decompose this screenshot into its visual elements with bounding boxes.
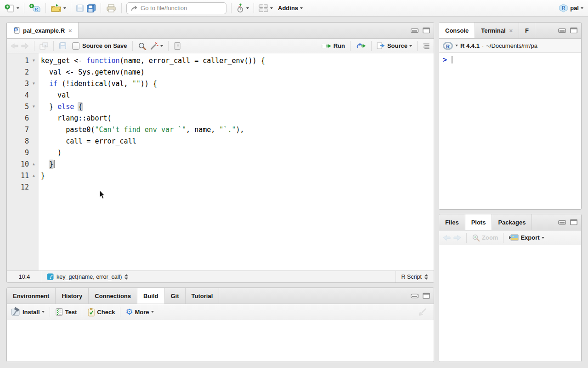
chevron-down-icon[interactable] [246, 7, 249, 9]
code-line: 4 val [7, 89, 434, 101]
install-button[interactable]: Install [11, 307, 45, 316]
chevron-down-icon [581, 7, 583, 9]
tab-label: pal_example.R [23, 27, 65, 34]
tab-label: Git [171, 293, 179, 299]
maximize-icon[interactable] [423, 293, 430, 299]
tab-plots[interactable]: Plots [465, 214, 492, 230]
run-button[interactable]: Run [322, 42, 345, 49]
chevron-down-icon[interactable] [17, 7, 19, 9]
minimize-icon[interactable] [558, 220, 566, 224]
chevron-down-icon[interactable] [42, 311, 45, 313]
chevron-down-icon[interactable] [455, 45, 458, 46]
updown-icon [424, 274, 428, 280]
console-output[interactable]: > [439, 53, 581, 209]
run-icon [322, 43, 332, 49]
compile-report-icon[interactable] [174, 42, 181, 50]
code-text[interactable]: rlang::abort( [39, 114, 112, 122]
check-button[interactable]: Check [87, 308, 115, 316]
tab-packages[interactable]: Packages [492, 214, 532, 230]
source-pane: R pal_example.R × Source on Save [6, 22, 434, 283]
addins-button[interactable]: Addins [278, 5, 303, 12]
minimize-icon[interactable] [411, 293, 418, 298]
tab-f[interactable]: F [519, 23, 535, 38]
project-menu-button[interactable]: R pal [559, 4, 583, 12]
code-text[interactable]: val <- Sys.getenv(name) [39, 68, 145, 76]
fold-arrow-icon[interactable]: ▼ [29, 55, 39, 66]
minimize-icon[interactable] [411, 28, 418, 33]
toolbar-separator [503, 233, 503, 243]
fold-arrow-icon[interactable]: ▼ [29, 101, 39, 112]
install-label: Install [23, 309, 40, 316]
tab-label: Plots [471, 219, 486, 226]
back-icon[interactable] [11, 43, 18, 49]
maximize-icon[interactable] [423, 28, 430, 34]
code-text[interactable]: val [39, 91, 70, 99]
tab-environment[interactable]: Environment [7, 288, 56, 304]
close-icon[interactable]: × [509, 27, 513, 34]
tab-git[interactable]: Git [165, 288, 186, 304]
open-in-new-window-icon[interactable] [40, 42, 48, 50]
tab-terminal[interactable]: Terminal× [475, 23, 519, 38]
code-text[interactable]: if (!identical(val, "")) { [39, 80, 157, 88]
rerun-icon[interactable] [356, 42, 366, 49]
code-text[interactable]: ) [39, 149, 62, 157]
code-editor[interactable]: 1▼key_get <- function(name, error_call =… [7, 53, 434, 270]
tab-console[interactable]: Console [439, 23, 475, 38]
document-outline-icon[interactable] [423, 43, 430, 49]
fold-arrow-icon[interactable]: ▼ [29, 78, 39, 89]
tab-pal-example-r[interactable]: R pal_example.R × [7, 23, 79, 38]
fold-arrow-icon[interactable]: ▲ [29, 158, 39, 170]
cursor-position: 10:4 [7, 271, 42, 282]
tab-files[interactable]: Files [439, 214, 465, 230]
forward-icon[interactable] [453, 235, 461, 241]
chevron-down-icon[interactable] [151, 311, 154, 313]
source-on-save-checkbox[interactable] [72, 42, 79, 50]
scope-selector[interactable]: f key_get(name, error_call) [42, 273, 133, 280]
tab-build[interactable]: Build [137, 288, 165, 304]
code-text[interactable]: call = error_call [39, 137, 136, 145]
fold-arrow-icon[interactable]: ▲ [29, 170, 39, 181]
print-button[interactable] [106, 4, 117, 13]
go-to-file-input[interactable] [140, 4, 222, 12]
code-text[interactable]: } [39, 160, 55, 168]
export-button[interactable]: Export [509, 234, 544, 242]
chevron-down-icon[interactable] [270, 7, 273, 9]
code-line: 7 paste0("Can't find env var `", name, "… [7, 124, 434, 135]
go-to-file-search[interactable] [126, 2, 226, 14]
tab-history[interactable]: History [56, 288, 89, 304]
forward-icon[interactable] [21, 43, 29, 49]
search-icon[interactable] [138, 42, 147, 50]
open-file-button[interactable] [51, 4, 66, 12]
save-icon[interactable] [59, 42, 67, 50]
more-button[interactable]: ⚙ More [125, 308, 153, 316]
new-project-button[interactable]: R [29, 3, 41, 13]
save-button[interactable] [76, 4, 84, 12]
test-button[interactable]: Test [55, 308, 77, 316]
clear-broom-icon[interactable] [418, 308, 430, 316]
back-icon[interactable] [443, 235, 451, 241]
new-file-button[interactable] [5, 4, 19, 13]
minimize-icon[interactable] [558, 28, 566, 33]
chevron-down-icon[interactable] [409, 45, 412, 47]
chevron-down-icon[interactable] [63, 7, 66, 9]
source-button[interactable]: Source [377, 42, 412, 49]
toolbar-separator [417, 41, 418, 51]
maximize-icon[interactable] [570, 28, 577, 34]
doc-type-selector[interactable]: R Script [396, 271, 434, 282]
code-text[interactable]: } else { [39, 103, 82, 111]
tab-tutorial[interactable]: Tutorial [186, 288, 220, 304]
pane-layout-button[interactable] [259, 4, 273, 12]
save-all-button[interactable] [86, 4, 96, 12]
tab-label: Connections [95, 293, 131, 299]
close-icon[interactable]: × [68, 27, 72, 34]
version-control-button[interactable] [236, 3, 249, 13]
toolbar-separator [254, 3, 254, 13]
code-text[interactable]: key_get <- function(name, error_call = c… [39, 57, 265, 65]
code-text[interactable]: paste0("Can't find env var `", name, "`.… [39, 126, 244, 134]
tab-connections[interactable]: Connections [89, 288, 137, 304]
code-text[interactable]: } [39, 172, 45, 180]
code-tools-button[interactable] [149, 42, 163, 50]
text-cursor [54, 160, 55, 168]
maximize-icon[interactable] [570, 219, 577, 225]
zoom-button[interactable]: Zoom [472, 234, 498, 242]
